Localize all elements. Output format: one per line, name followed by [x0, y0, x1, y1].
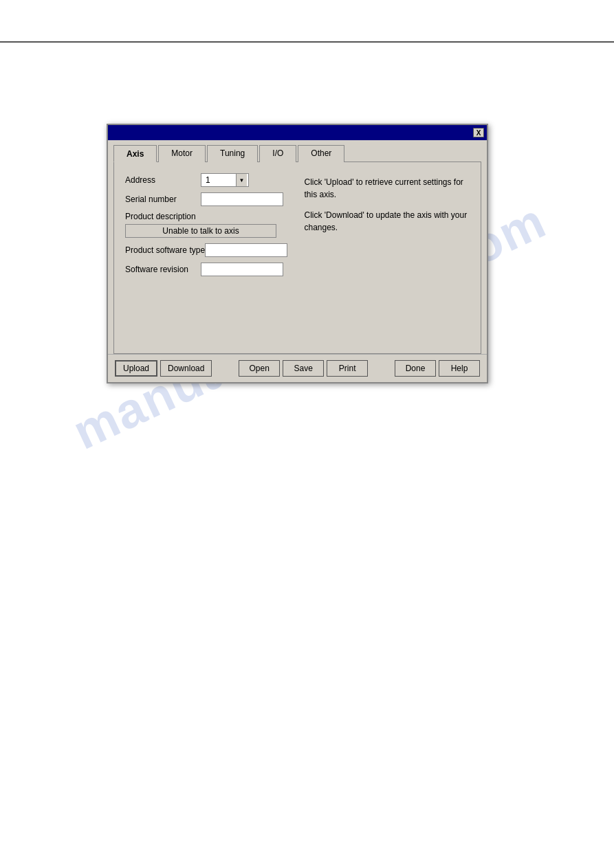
form-left: Address 1 ▼ Serial number Product des: [125, 173, 291, 282]
form-section: Address 1 ▼ Serial number Product des: [125, 173, 470, 282]
address-label: Address: [125, 175, 201, 185]
tab-motor[interactable]: Motor: [158, 145, 206, 162]
product-description-value: Unable to talk to axis: [125, 224, 276, 238]
address-select[interactable]: 1 ▼: [201, 173, 249, 187]
form-right: Click 'Upload' to retrieve current setti…: [305, 173, 470, 282]
upload-button[interactable]: Upload: [115, 360, 157, 377]
done-button[interactable]: Done: [395, 360, 436, 377]
product-software-type-input[interactable]: [205, 243, 287, 257]
title-bar: X: [108, 125, 487, 140]
product-description-section: Product description Unable to talk to ax…: [125, 212, 291, 238]
help-button[interactable]: Help: [439, 360, 480, 377]
address-row: Address 1 ▼: [125, 173, 291, 187]
software-revision-row: Software revision: [125, 263, 291, 276]
address-dropdown-arrow-icon: ▼: [236, 174, 247, 186]
help-text-2: Click 'Download' to update the axis with…: [305, 209, 470, 234]
product-description-label: Product description: [125, 212, 291, 221]
page-top-border: [0, 41, 614, 43]
serial-number-row: Serial number: [125, 192, 291, 206]
dialog-window: X Axis Motor Tuning I/O Other Address 1 …: [107, 124, 488, 383]
save-button[interactable]: Save: [283, 360, 324, 377]
help-text-1: Click 'Upload' to retrieve current setti…: [305, 176, 470, 201]
print-button[interactable]: Print: [327, 360, 368, 377]
address-select-inner: 1 ▼: [203, 174, 247, 186]
software-revision-input[interactable]: [201, 263, 283, 276]
tab-tuning[interactable]: Tuning: [207, 145, 258, 162]
tab-io[interactable]: I/O: [259, 145, 296, 162]
address-value: 1: [203, 175, 210, 185]
software-revision-label: Software revision: [125, 265, 201, 274]
product-software-type-label: Product software type: [125, 245, 205, 255]
close-button[interactable]: X: [473, 128, 484, 137]
serial-number-input[interactable]: [201, 192, 283, 206]
tab-content: Address 1 ▼ Serial number Product des: [113, 162, 481, 354]
buttons-row: Upload Download Open Save Print Done Hel…: [108, 354, 487, 382]
product-software-type-row: Product software type: [125, 243, 291, 257]
download-button[interactable]: Download: [160, 360, 212, 377]
tab-axis[interactable]: Axis: [113, 145, 157, 162]
open-button[interactable]: Open: [239, 360, 280, 377]
serial-number-label: Serial number: [125, 194, 201, 204]
tab-other[interactable]: Other: [298, 145, 344, 162]
tabs-row: Axis Motor Tuning I/O Other: [108, 144, 487, 162]
